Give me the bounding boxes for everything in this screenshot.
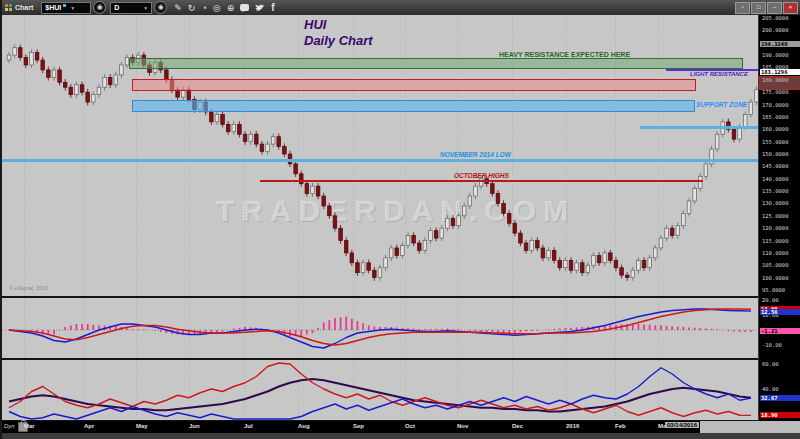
macd-histogram — [9, 317, 751, 337]
axis-tick-label: 205.0000 — [762, 15, 789, 21]
october-highs-label: OCTOBER HIGHS — [454, 172, 509, 179]
chat-icon[interactable] — [240, 2, 249, 14]
light-resistance-band — [132, 79, 696, 91]
symbol-input[interactable]: $HUI ▼ — [41, 2, 91, 14]
chart-window: TRADERDAN.COM HUI Daily Chart © eSignal,… — [0, 0, 800, 439]
facebook-icon[interactable]: f — [271, 2, 274, 14]
time-axis-label: May — [136, 423, 148, 429]
axis-tick-label: -10.00 — [762, 342, 782, 348]
axis-tick-label: 175.0000 — [762, 89, 789, 95]
interval-dropdown-icon[interactable]: ▼ — [143, 5, 148, 11]
title-subtitle: Daily Chart — [304, 33, 373, 49]
app-label: Chart — [15, 4, 33, 11]
time-axis-label: Feb — [615, 423, 626, 429]
symbol-flag-icon — [63, 4, 66, 7]
price-tag: 194.3240 — [760, 41, 800, 47]
toolbar: Chart $HUI ▼ ◉ D ▼ ◉ ✎ ↻ ◔ ◎ ⊕ f — [2, 0, 800, 15]
title-symbol: HUI — [304, 17, 373, 33]
axis-tick-label: 140.0000 — [762, 176, 789, 182]
november-low-line — [2, 159, 759, 162]
dyn-toggle[interactable]: Dyn — [4, 423, 15, 429]
indicator-tag: 32.67 — [760, 395, 800, 401]
axis-tick-label: 105.0000 — [762, 262, 789, 268]
axis-tick-label: 160.0000 — [762, 126, 789, 132]
indicator-tag: -1.21 — [760, 328, 800, 334]
axis-tick-label: 115.0000 — [762, 238, 789, 244]
axis-tick-label: 125.0000 — [762, 213, 789, 219]
chart-title: HUI Daily Chart — [304, 17, 373, 49]
minor-support-line — [640, 126, 759, 129]
axis-tick-label: 120.0000 — [762, 225, 789, 231]
axis-corner — [700, 421, 800, 433]
axis-tick-label: 20.00 — [762, 297, 779, 303]
axis-tick-label: 170.0000 — [762, 102, 789, 108]
minimize-button[interactable]: – — [767, 2, 782, 14]
axis-tick-label: 200.0000 — [762, 27, 789, 33]
time-axis-label: Dec — [512, 423, 523, 429]
axis-tick-label: 150.0000 — [762, 151, 789, 157]
panel-splitter[interactable] — [2, 296, 800, 298]
heavy-resistance-band — [129, 58, 743, 69]
axis-tick-label: 130.0000 — [762, 200, 789, 206]
time-axis-label: Jun — [189, 423, 200, 429]
axis-tick-label: 100.0000 — [762, 275, 789, 281]
close-button[interactable]: × — [783, 2, 798, 14]
window-bottom-border — [2, 433, 800, 439]
indicator-tag: 12.56 — [760, 309, 800, 315]
axis-tick-label: 95.0000 — [762, 287, 785, 293]
time-axis-label: Jul — [244, 423, 253, 429]
interval-value: D — [114, 4, 119, 11]
time-axis-label: 2016 — [566, 423, 579, 429]
time-axis-label: Nov — [457, 423, 468, 429]
axis-tick-label: 60.00 — [762, 361, 779, 367]
heavy-resistance-label: HEAVY RESISTANCE EXPECTED HERE — [499, 51, 630, 58]
interval-go-button[interactable]: ◉ — [154, 1, 167, 14]
clock-icon[interactable]: ◔ — [201, 2, 206, 14]
time-axis-label: Sep — [353, 423, 364, 429]
time-axis-label: Apr — [84, 423, 94, 429]
copyright-text: © eSignal, 2016 — [9, 285, 48, 291]
restore-button[interactable]: □ — [751, 2, 766, 14]
target-icon[interactable]: ◎ — [213, 2, 221, 14]
axis-tick-label: 155.0000 — [762, 139, 789, 145]
window-controls: ▫ □ – × — [734, 2, 798, 14]
time-axis-label: Mar — [24, 423, 35, 429]
time-axis-label: Oct — [405, 423, 415, 429]
pin-button[interactable]: ▫ — [735, 2, 750, 14]
time-axis-label: Aug — [298, 423, 310, 429]
light-resistance-label: LIGHT RESISTANCE — [690, 71, 748, 77]
october-highs-line — [260, 180, 703, 182]
symbol-go-button[interactable]: ◉ — [93, 1, 106, 14]
november-low-label: NOVEMBER 2014 LOW — [440, 151, 511, 158]
axis-tick-label: 190.0000 — [762, 52, 789, 58]
twitter-icon[interactable] — [255, 2, 265, 14]
current-date-tag: 03/14/2016 — [665, 422, 699, 428]
indicator-tag: 18.90 — [760, 412, 800, 418]
symbol-dropdown-icon[interactable]: ▼ — [70, 5, 75, 11]
chart-app-icon — [5, 4, 12, 11]
axis-tick-label: 165.0000 — [762, 114, 789, 120]
symbol-value: $HUI — [45, 4, 61, 11]
panel-splitter[interactable] — [2, 358, 800, 360]
refresh-icon[interactable]: ↻ — [188, 2, 196, 14]
axis-band-marker — [759, 76, 800, 90]
support-zone-label: SUPPORT ZONE — [696, 101, 747, 108]
pencil-icon[interactable]: ✎ — [174, 2, 182, 14]
interval-input[interactable]: D ▼ — [110, 2, 152, 14]
crosshair-icon[interactable]: ⊕ — [227, 2, 235, 14]
price-tag: 183.1296 — [760, 69, 800, 75]
axis-tick-label: 135.0000 — [762, 188, 789, 194]
axis-tick-label: 145.0000 — [762, 163, 789, 169]
axis-tick-label: 110.0000 — [762, 250, 789, 256]
support-zone-band — [132, 100, 695, 112]
axis-tick-label: 40.00 — [762, 386, 779, 392]
